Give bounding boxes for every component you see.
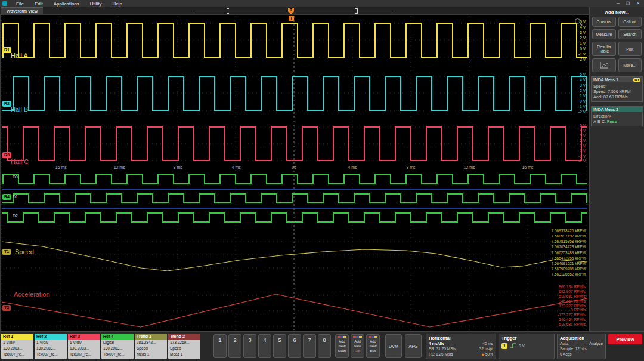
badge-line: 130.2083... xyxy=(1,345,33,351)
channel-button[interactable]: 6 xyxy=(288,334,301,358)
horizontal-badge[interactable]: Horizontal 4 ms/div 40 ms SR: 31.25 MS/s… xyxy=(426,334,496,359)
trigger-position-marker[interactable]: T xyxy=(288,8,294,14)
acquisition-count: 0 Acqs xyxy=(560,351,572,357)
accel-scale-label: 346.454 RPM/s xyxy=(544,299,586,303)
d0-trace[interactable] xyxy=(2,175,587,184)
meas1-accl-value: Accl: 87.69 RPM/s xyxy=(593,94,640,100)
meas2-name: Direction¹ xyxy=(593,113,640,119)
speed-trace[interactable] xyxy=(2,242,587,271)
acquisition-badge[interactable]: Acquisition Auto, Analyze Sample: 12 bit… xyxy=(557,334,606,359)
trend2-badge[interactable]: Trend 2 173.2269... Speed Meas 1 xyxy=(168,334,200,359)
volt-scale-label: 5 V xyxy=(568,20,586,24)
acquisition-mode: Auto, xyxy=(560,341,569,346)
ref3-channel-badge[interactable]: R3 xyxy=(2,152,11,158)
menu: FileEditApplicationsUtilityHelp xyxy=(11,1,128,7)
hall-c-scale: 5 V4 V3 V2 V1 V0 V-1 V-2 V xyxy=(568,124,586,163)
channel-button[interactable]: 2 xyxy=(228,334,242,358)
meas1-name: Speed¹ xyxy=(593,84,640,89)
volt-scale-label: 5 V xyxy=(568,124,586,128)
channel-button[interactable]: 3 xyxy=(243,334,256,358)
trend1-channel-badge[interactable]: T1 xyxy=(2,249,11,255)
speed-scale-label: 7.569378426 kRPM xyxy=(544,229,586,233)
badge-line: 173.2269... xyxy=(168,340,200,345)
time-axis-label: 4 ms xyxy=(323,165,382,169)
close-button[interactable]: ✕ xyxy=(636,1,640,6)
menu-item[interactable]: Applications xyxy=(48,1,85,7)
results-table-button[interactable]: Results Table xyxy=(592,42,616,56)
trigger-indicator-icon[interactable]: T xyxy=(289,16,294,21)
imda-meas-1-badge[interactable]: IMDA Meas 1 R1 Speed¹ Speed: 7.566 kRPM … xyxy=(591,76,643,102)
ref1-badge[interactable]: Ref 1 1 V/div 130.2083... Tek007_re... xyxy=(1,334,33,359)
time-axis-label: 16 ms xyxy=(499,165,557,169)
afg-button[interactable]: AFG xyxy=(405,334,422,358)
ref2-channel-badge[interactable]: R2 xyxy=(2,101,11,107)
ref4-badge[interactable]: Ref 4 Digital 130.2083... Tek007_re... xyxy=(101,334,134,359)
waveform-canvas[interactable] xyxy=(1,15,589,331)
channel-button[interactable]: 8 xyxy=(318,334,331,358)
d2-trace[interactable] xyxy=(2,213,587,222)
speed-label: Speed xyxy=(15,248,34,255)
ref3-badge[interactable]: Ref 3 1 V/div 130.2083... Tek007_re... xyxy=(68,334,100,359)
dvm-button[interactable]: DVM xyxy=(385,334,402,358)
add-new-button[interactable]: Add New Bus xyxy=(366,334,380,358)
plot-button[interactable]: Plot xyxy=(618,42,642,56)
imda-meas-2-badge[interactable]: IMDA Meas 2 Direction¹ A-B-C: Pass xyxy=(591,106,643,126)
sample-rate: SR: 31.25 MS/s xyxy=(429,346,456,351)
channel-button[interactable]: 7 xyxy=(303,334,316,358)
time-axis-label: 12 ms xyxy=(440,165,499,169)
measure-button[interactable]: Measure xyxy=(592,29,616,39)
badge-line: 130.2083... xyxy=(101,345,134,351)
d1-trace[interactable] xyxy=(2,194,587,203)
hall-a-label: Hall A xyxy=(11,52,28,59)
zoom-bracket-left-icon[interactable] xyxy=(227,8,229,14)
badge-line: 130.2083... xyxy=(68,345,100,351)
menu-item[interactable]: Help xyxy=(107,1,127,7)
accel-scale-label: -346.454 RPM/s xyxy=(544,317,586,322)
preview-button[interactable]: Preview xyxy=(608,334,642,344)
maximize-button[interactable]: ❐ xyxy=(626,1,630,6)
volt-scale-label: 4 V xyxy=(568,128,586,132)
acceleration-label: Acceleration xyxy=(14,291,50,298)
ref4-channel-badge[interactable]: R4 xyxy=(2,194,11,200)
accel-scale-label: 692.907 RPM/s xyxy=(544,289,586,294)
time-axis-label: -16 ms xyxy=(31,165,89,169)
zoom-bracket-right-icon[interactable] xyxy=(355,8,358,14)
badge-line: Digital xyxy=(101,340,134,345)
channel-button[interactable]: 4 xyxy=(258,334,271,358)
time-axis-label: -12 ms xyxy=(89,165,148,169)
ref2-badge[interactable]: Ref 2 1 V/div 130.2083... Tek007_re... xyxy=(35,334,67,359)
ref3-badge-title: Ref 3 xyxy=(68,334,100,340)
volt-scale-label: 2 V xyxy=(568,88,586,92)
horizontal-window: 40 ms xyxy=(482,341,493,346)
menu-item[interactable]: Edit xyxy=(29,1,48,7)
add-new-button[interactable]: Add New Math xyxy=(335,334,349,358)
menu-item[interactable]: Utility xyxy=(85,1,107,7)
channel-button[interactable]: 1 xyxy=(213,334,227,358)
time-axis-label: -8 ms xyxy=(148,165,206,169)
accel-scale-label: 519.681 RPM/s xyxy=(544,294,586,298)
horizontal-overview[interactable]: T xyxy=(0,7,589,14)
volt-scale-label: -2 V xyxy=(568,159,586,163)
add-new-buttons: Add New MathAdd New RefAdd New Bus xyxy=(335,334,380,358)
speed-scale-label: 7.567815958 kRPM xyxy=(544,239,586,243)
minimize-button[interactable]: ─ xyxy=(617,1,620,6)
badge-line: Speed xyxy=(168,345,200,351)
cursors-button[interactable]: Cursors xyxy=(592,17,616,27)
more-button[interactable]: More... xyxy=(618,58,642,72)
waveform-display[interactable]: T R1 R2 R3 R4 T1 T2 Hall A Hall B Hall C… xyxy=(0,14,589,331)
histogram-button[interactable] xyxy=(592,58,616,72)
channel-button[interactable]: 5 xyxy=(273,334,286,358)
horizontal-scale: 4 ms/div xyxy=(429,341,444,346)
menu-item[interactable]: File xyxy=(11,1,29,7)
hall-c-label: Hall C xyxy=(11,158,29,165)
add-new-button[interactable]: Add New Ref xyxy=(351,334,364,358)
trend1-badge[interactable]: Trend 1 781.2842... Speed Meas 1 xyxy=(135,334,167,359)
trigger-level: 0 V xyxy=(519,344,525,348)
trigger-badge[interactable]: Trigger 1 0 V xyxy=(499,334,555,359)
ref1-channel-badge[interactable]: R1 xyxy=(2,47,11,53)
meas2-result-label: A-B-C: xyxy=(593,119,606,124)
badge-line: Tek007_re... xyxy=(68,351,100,357)
search-button[interactable]: Search xyxy=(618,29,642,39)
trend2-channel-badge[interactable]: T2 xyxy=(2,305,11,311)
callout-button[interactable]: Callout xyxy=(618,17,642,27)
